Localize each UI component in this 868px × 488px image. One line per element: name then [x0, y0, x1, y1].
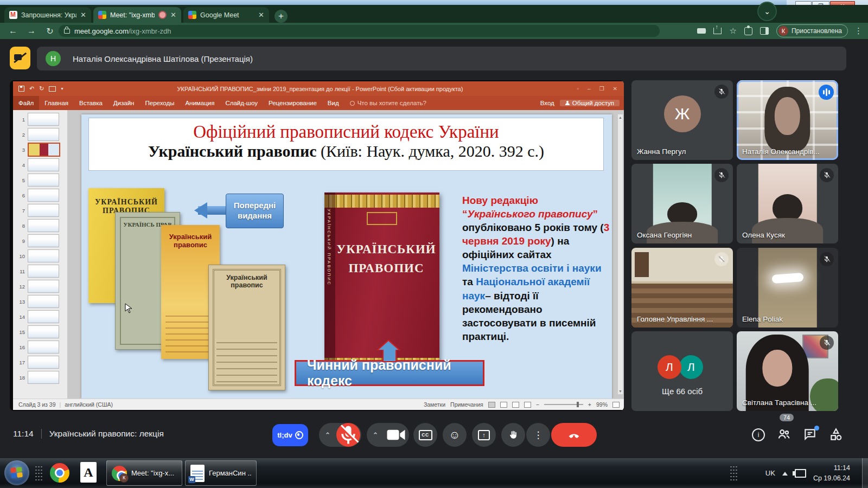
zoom-level[interactable]: 99%	[596, 401, 608, 408]
mic-expand-chevron[interactable]: ⌃	[319, 431, 336, 439]
tray-expand-arrow[interactable]	[782, 469, 788, 476]
text-editor-taskbar-icon[interactable]: A	[80, 462, 97, 483]
ppt-share-button[interactable]: Общий доступ	[560, 100, 620, 106]
reading-view-icon[interactable]	[512, 402, 519, 408]
slide-thumbnail-8[interactable]: 8	[17, 220, 67, 232]
browser-menu-icon[interactable]: ⋮	[854, 26, 863, 36]
ppt-sign-in[interactable]: Вход	[535, 100, 560, 106]
participants-button[interactable]	[777, 427, 792, 442]
slideshow-icon[interactable]	[49, 86, 56, 92]
side-panel-icon[interactable]	[760, 27, 769, 35]
slide-thumbnail-1[interactable]: 1	[17, 113, 67, 125]
ppt-tell-me[interactable]: Что вы хотите сделать?	[344, 100, 432, 106]
ppt-minimize-icon[interactable]: –	[588, 86, 591, 92]
ribbon-options-icon[interactable]: ▫	[577, 86, 579, 92]
zoom-in-button[interactable]: +	[588, 401, 591, 408]
thumbnail-preview[interactable]	[28, 204, 59, 217]
zoom-slider[interactable]	[544, 404, 583, 405]
thumbnail-preview[interactable]	[28, 310, 59, 323]
camera-expand-chevron[interactable]: ⌃	[367, 431, 384, 439]
slide-thumbnail-11[interactable]: 11	[17, 265, 67, 277]
tab-search-chevron-icon[interactable]: ⌄	[757, 2, 777, 21]
tab-close-icon[interactable]: ✕	[80, 11, 86, 19]
task-word-document[interactable]: ГерманСин ...	[185, 460, 257, 486]
task-chrome-meet[interactable]: К Meet: "ixg-x...	[106, 460, 182, 486]
slide-thumbnail-15[interactable]: 15	[17, 326, 67, 338]
reactions-button[interactable]: ☺	[443, 423, 467, 447]
participant-tile-overflow[interactable]: Л Л Ще 66 осіб	[631, 331, 733, 411]
start-button[interactable]	[4, 460, 29, 485]
thumbnail-preview[interactable]	[28, 174, 59, 187]
slide-thumbnail-17[interactable]: 17	[17, 356, 67, 368]
profile-chip[interactable]: К Приостановлена	[776, 24, 848, 37]
slide-thumbnail-10[interactable]: 10	[17, 250, 67, 262]
presentation-warning-icon[interactable]	[10, 47, 30, 69]
fit-slide-icon[interactable]	[612, 402, 620, 408]
ppt-menu-file[interactable]: Файл	[13, 96, 39, 110]
share-icon[interactable]	[713, 28, 722, 34]
ppt-restore-icon[interactable]: ❐	[599, 86, 604, 92]
address-bar[interactable]: meet.google.com /ixg-xmbr-zdh	[59, 25, 660, 37]
slide-thumbnail-13[interactable]: 13	[17, 296, 67, 307]
chat-button[interactable]	[803, 427, 818, 442]
back-button[interactable]: ←	[8, 26, 18, 36]
redo-icon[interactable]: ↻	[39, 85, 44, 92]
slide-thumbnail-7[interactable]: 7	[17, 204, 67, 216]
slide-thumbnail-6[interactable]: 6	[17, 189, 67, 201]
zoom-out-button[interactable]: −	[536, 401, 539, 408]
lock-icon[interactable]	[64, 29, 70, 34]
browser-tab-gmail[interactable]: Запрошення: Український прав ✕	[4, 7, 91, 23]
thumbnail-preview[interactable]	[28, 128, 59, 141]
extensions-icon[interactable]	[744, 27, 752, 35]
thumbnail-preview[interactable]	[28, 295, 59, 308]
participant-tile-svitlana[interactable]: Світлана Тарасівна ...	[737, 331, 838, 411]
participant-tile-olena[interactable]: Олена Кусяк	[737, 164, 838, 243]
comments-button[interactable]: Примечания	[450, 401, 483, 408]
thumbnail-preview[interactable]	[28, 325, 59, 338]
mic-button[interactable]	[336, 423, 360, 447]
tldv-button[interactable]: tl;dv	[272, 424, 308, 446]
ppt-menu-design[interactable]: Дизайн	[108, 100, 140, 106]
ppt-menu-insert[interactable]: Вставка	[74, 100, 108, 106]
ppt-menu-slideshow[interactable]: Слайд-шоу	[220, 100, 263, 106]
participant-tile-elena[interactable]: Elena Poliak	[737, 248, 838, 328]
thumbnail-preview[interactable]	[28, 356, 59, 369]
slide-thumbnail-12[interactable]: 12	[17, 280, 67, 292]
thumbnail-preview[interactable]	[28, 158, 59, 171]
participant-tile-zhanna[interactable]: Ж Жанна Пергул	[631, 80, 733, 160]
canvas-scrollbar[interactable]: ▲▼	[618, 114, 623, 394]
slide-thumbnail-5[interactable]: 5	[17, 174, 67, 186]
slide-thumbnail-4[interactable]: 4	[17, 159, 67, 171]
taskbar-clock[interactable]: 11:14 Ср 19.06.24	[813, 463, 850, 483]
tray-handle[interactable]	[730, 465, 737, 481]
normal-view-icon[interactable]	[488, 402, 495, 408]
browser-tab-meet-home[interactable]: Google Meet ✕	[183, 7, 269, 23]
thumbnail-preview[interactable]	[28, 143, 60, 157]
thumbnail-preview[interactable]	[28, 280, 59, 293]
new-tab-button[interactable]: +	[275, 10, 288, 23]
slide-thumbnail-2[interactable]: 2	[17, 129, 67, 140]
camera-access-icon[interactable]	[697, 28, 706, 34]
info-button[interactable]: i	[752, 427, 767, 442]
browser-tab-meet-active[interactable]: Meet: "ixg-xmbr-zdh" ✕	[93, 7, 181, 23]
tab-close-icon[interactable]: ✕	[170, 11, 176, 19]
slide-thumbnail-9[interactable]: 9	[17, 235, 67, 247]
participant-tile-holovne[interactable]: Головне Управління ...	[631, 248, 733, 328]
activities-button[interactable]	[829, 427, 844, 442]
present-button[interactable]: ↑	[472, 423, 496, 447]
slide-thumbnail-14[interactable]: 14	[17, 311, 67, 323]
forward-button[interactable]: →	[26, 26, 37, 36]
chrome-taskbar-icon[interactable]	[50, 463, 69, 483]
taskbar-pin-handle[interactable]	[35, 465, 42, 481]
ppt-menu-transitions[interactable]: Переходы	[139, 100, 180, 106]
notes-button[interactable]: Заметки	[424, 401, 445, 408]
tab-close-icon[interactable]: ✕	[258, 11, 264, 19]
more-options-button[interactable]: ⋮	[526, 423, 550, 447]
ppt-menu-review[interactable]: Рецензирование	[263, 100, 322, 106]
network-icon[interactable]	[795, 469, 806, 478]
save-icon[interactable]	[18, 86, 24, 92]
end-call-button[interactable]	[551, 423, 597, 447]
language-indicator[interactable]: UK	[765, 469, 775, 477]
thumbnail-preview[interactable]	[28, 265, 59, 278]
reload-button[interactable]: ↻	[44, 26, 55, 36]
